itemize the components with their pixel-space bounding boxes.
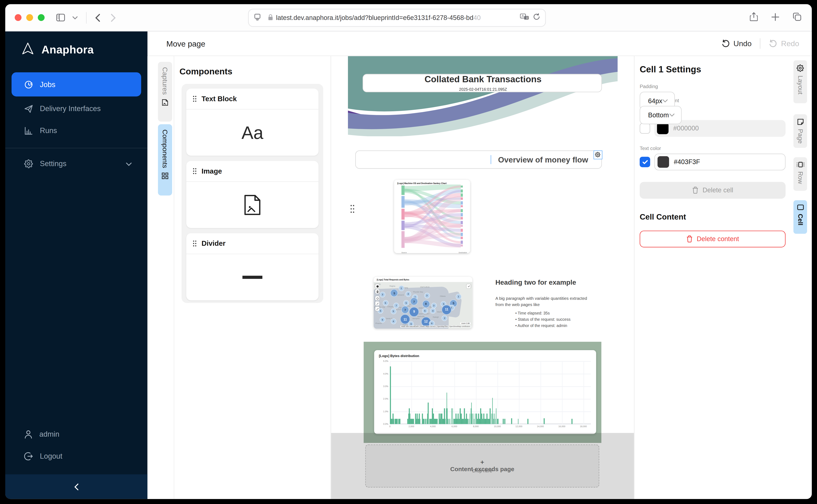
histogram-bar <box>439 413 440 424</box>
selected-cell-1[interactable]: Overview of money flow <box>491 155 595 164</box>
url-text: latest.dev.anaphora.it/jobs/add?blueprin… <box>276 14 481 21</box>
map-cluster-marker[interactable]: 3 <box>380 292 386 298</box>
reload-icon[interactable] <box>533 13 540 23</box>
component-card-divider[interactable]: Divider <box>186 233 319 300</box>
rail-tab-page[interactable]: Page <box>793 114 807 148</box>
component-card-image[interactable]: Image <box>186 161 319 228</box>
drop-zone[interactable]: + Content exceeds page Drop here <box>365 445 599 487</box>
svg-text:A: A <box>521 14 524 18</box>
sidebar-item-delivery-interfaces[interactable]: Delivery Interfaces <box>11 99 141 119</box>
histogram-bar <box>424 419 425 424</box>
back-button[interactable] <box>95 13 100 22</box>
share-icon[interactable] <box>750 12 758 24</box>
sidebar-item-runs[interactable]: Runs <box>11 121 141 141</box>
selected-row[interactable]: [Logs] Machine OS and Destination Sankey… <box>355 150 602 169</box>
row-drag-handle[interactable] <box>350 204 355 215</box>
histogram-bar <box>449 419 450 424</box>
map-expand-button[interactable] <box>466 284 471 288</box>
address-bar[interactable]: latest.dev.anaphora.it/jobs/add?blueprin… <box>248 9 546 27</box>
vertical-alignment-select[interactable]: Bottom <box>640 106 681 124</box>
sidebar-collapse-button[interactable] <box>5 474 147 499</box>
delete-cell-button[interactable]: Delete cell <box>640 182 786 199</box>
chevron-down-icon[interactable] <box>72 16 78 19</box>
sidebar-item-settings[interactable]: Settings <box>11 154 141 174</box>
text-color-field[interactable]: #403F3F <box>654 154 786 170</box>
histogram-plot: 5.0%4.0%3.0%2.0%1.0%0.0%02,0004,0006,000… <box>390 361 591 424</box>
text-block[interactable]: Heading two for example A big paragraph … <box>495 278 596 329</box>
forward-button[interactable] <box>111 13 116 22</box>
map-cluster-marker[interactable]: 4 <box>405 291 411 297</box>
selected-title-cell[interactable]: Collated Bank Transactions 2025-02-04T16… <box>363 74 602 92</box>
histogram-bar <box>418 419 419 424</box>
histogram-bar <box>395 419 396 424</box>
histogram-bar <box>491 413 492 424</box>
text-color-checkbox[interactable] <box>640 157 650 167</box>
sidebar-item-jobs[interactable]: Jobs <box>11 72 141 97</box>
map-cluster-marker[interactable]: 5 <box>390 289 398 297</box>
map-cluster-marker[interactable]: 5 <box>391 308 396 314</box>
undo-button[interactable]: Undo <box>721 39 752 48</box>
map-cluster-marker[interactable]: 9 <box>409 307 419 317</box>
tab-captures[interactable]: Captures <box>158 62 172 122</box>
map-layers-button-2[interactable] <box>375 289 379 294</box>
chevron-left-icon <box>74 483 79 490</box>
map-cluster-marker[interactable]: 11 <box>442 305 451 314</box>
redo-button[interactable]: Redo <box>769 39 799 48</box>
map-locate-button[interactable] <box>375 296 379 300</box>
map-cluster-marker[interactable]: 7 <box>393 303 399 309</box>
histogram-bar <box>398 419 399 424</box>
map-cluster-marker[interactable]: 5 <box>383 300 389 306</box>
rail-tab-row[interactable]: Row <box>793 157 807 191</box>
move-page-button[interactable]: Move page <box>166 39 205 48</box>
tab-overview-icon[interactable] <box>793 12 801 23</box>
maximize-window-button[interactable] <box>38 14 45 21</box>
background-color-swatch[interactable] <box>657 123 669 134</box>
sidebar-toggle-icon[interactable] <box>56 14 65 22</box>
background-color-checkbox[interactable] <box>640 123 650 134</box>
map-cluster-marker[interactable]: 8 <box>422 300 430 308</box>
map-cluster-marker[interactable]: 1 <box>455 294 461 299</box>
histogram-section[interactable]: [Logs] Bytes distribution 5.0%4.0%3.0%2.… <box>364 342 601 443</box>
histogram-bar <box>472 413 472 424</box>
minimize-window-button[interactable] <box>26 14 33 21</box>
page-format-icon[interactable] <box>254 13 261 23</box>
map-cluster-marker[interactable]: 7 <box>401 306 409 314</box>
translate-icon[interactable]: A文 <box>520 13 529 23</box>
cell-settings-gear-button[interactable] <box>593 150 602 159</box>
component-card-text-block[interactable]: Text Block Aa <box>186 89 319 156</box>
map-measure-button[interactable] <box>375 301 379 306</box>
map-cluster-marker[interactable]: 5 <box>422 308 428 314</box>
map-cluster-marker[interactable]: 6 <box>380 317 386 323</box>
map-layers-button[interactable] <box>375 284 379 288</box>
map-chart-card[interactable]: [Logs] Total Requests and Bytes CalgaryR… <box>374 277 472 329</box>
histogram-bar <box>435 419 435 424</box>
document-canvas[interactable]: Collated Bank Transactions 2025-02-04T16… <box>331 56 634 499</box>
lock-icon <box>268 13 273 23</box>
sidebar-user[interactable]: admin <box>11 424 141 444</box>
rail-tab-cell[interactable]: Cell <box>793 200 807 234</box>
map-cluster-marker[interactable]: 2 <box>442 315 448 321</box>
text-color-swatch[interactable] <box>658 156 669 168</box>
map-cluster-marker[interactable]: 4 <box>391 318 396 324</box>
close-window-button[interactable] <box>15 14 22 21</box>
logout-button[interactable]: Logout <box>11 446 141 466</box>
map-cluster-marker[interactable]: 3 <box>424 293 430 299</box>
screen: latest.dev.anaphora.it/jobs/add?blueprin… <box>0 0 817 504</box>
histogram-bar <box>447 419 448 424</box>
delete-content-button[interactable]: Delete content <box>640 231 786 247</box>
toolbar-divider <box>86 12 87 23</box>
drag-handle-icon <box>192 168 197 175</box>
map-cluster-marker[interactable]: 5 <box>403 300 409 306</box>
map-cluster-marker[interactable]: 3 <box>431 303 437 309</box>
document-page[interactable]: Collated Bank Transactions 2025-02-04T16… <box>348 56 618 433</box>
map-controls[interactable] <box>375 284 379 311</box>
topbar-divider <box>760 38 761 49</box>
map-cluster-marker[interactable]: 7 <box>410 298 418 305</box>
new-tab-icon[interactable] <box>771 13 779 23</box>
tab-components[interactable]: Components <box>158 124 172 196</box>
map-cluster-marker[interactable]: 1 <box>398 285 404 291</box>
map-draw-button[interactable] <box>375 307 379 311</box>
rail-tab-layout[interactable]: Layout <box>793 60 807 103</box>
map-cluster-marker[interactable]: 4 <box>430 308 436 314</box>
cell-settings-panel: Cell 1 Settings Padding 64px Vertical al… <box>634 56 792 499</box>
